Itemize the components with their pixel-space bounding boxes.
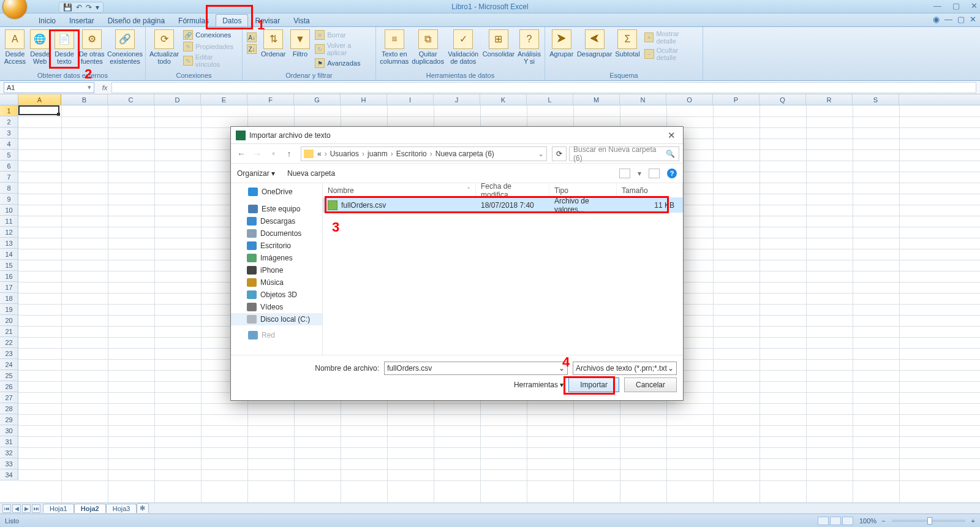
- row-header-7[interactable]: 7: [0, 172, 18, 183]
- nueva-carpeta-button[interactable]: Nueva carpeta: [287, 169, 335, 178]
- nav-escritorio[interactable]: Escritorio: [231, 240, 322, 252]
- validacion-button[interactable]: ✓Validación de datos: [446, 28, 481, 66]
- zoom-slider[interactable]: [892, 520, 965, 522]
- qat-more-icon[interactable]: ▾: [96, 3, 99, 12]
- column-header-P[interactable]: P: [713, 94, 760, 105]
- breadcrumb-carpeta[interactable]: Nueva carpeta (6): [435, 150, 494, 158]
- row-header-8[interactable]: 8: [0, 183, 18, 194]
- column-header-O[interactable]: O: [666, 94, 713, 105]
- zoom-out-button[interactable]: −: [881, 517, 885, 525]
- row-header-6[interactable]: 6: [0, 161, 18, 172]
- nav-disco-local[interactable]: Disco local (C:): [231, 313, 322, 325]
- tab-formulas[interactable]: Fórmulas: [172, 14, 216, 26]
- minimize-button[interactable]: —: [933, 1, 941, 10]
- nav-iphone[interactable]: iPhone: [231, 264, 322, 276]
- hdr-fecha[interactable]: Fecha de modifica...: [476, 183, 549, 197]
- breadcrumb[interactable]: «› Usuarios› juanm› Escritorio› Nueva ca…: [301, 146, 547, 161]
- mostrar-detalle-button[interactable]: +Mostrar detalle: [643, 29, 700, 45]
- sheet-new-button[interactable]: ✻: [137, 503, 149, 513]
- nav-videos[interactable]: Vídeos: [231, 301, 322, 313]
- ribbon-restore-icon[interactable]: ▢: [957, 15, 965, 24]
- row-header-16[interactable]: 16: [0, 271, 18, 282]
- row-header-10[interactable]: 10: [0, 205, 18, 216]
- name-box-dropdown-icon[interactable]: ▾: [88, 83, 91, 91]
- row-header-5[interactable]: 5: [0, 150, 18, 161]
- tab-datos[interactable]: Datos: [216, 14, 248, 26]
- actualizar-todo-button[interactable]: ⟳Actualizar todo: [148, 28, 180, 66]
- desde-texto-button[interactable]: 📄Desde texto: [53, 28, 77, 66]
- qat-save-icon[interactable]: 💾: [63, 3, 72, 12]
- close-button[interactable]: ✕: [971, 1, 978, 10]
- file-row-fullorders[interactable]: fullOrders.csv 18/07/2018 7:40 Archivo d…: [323, 198, 683, 213]
- nav-refresh-button[interactable]: ⟳: [552, 146, 567, 161]
- nav-recent-button[interactable]: ▾: [266, 147, 280, 161]
- zoom-in-button[interactable]: +: [971, 517, 975, 525]
- view-normal-button[interactable]: [818, 517, 829, 525]
- desagrupar-button[interactable]: ⮜Desagrupar: [577, 28, 612, 59]
- importar-button[interactable]: Importar: [568, 377, 619, 392]
- row-header-22[interactable]: 22: [0, 337, 18, 348]
- column-header-L[interactable]: L: [527, 94, 573, 105]
- agrupar-button[interactable]: ⮞Agrupar: [548, 28, 576, 59]
- row-header-21[interactable]: 21: [0, 326, 18, 337]
- consolidar-button[interactable]: ⊞Consolidar: [482, 28, 515, 59]
- texto-columnas-button[interactable]: ≡Texto en columnas: [379, 28, 410, 66]
- propiedades-button[interactable]: ✎Propiedades: [181, 41, 239, 52]
- row-header-28[interactable]: 28: [0, 403, 18, 414]
- row-header-2[interactable]: 2: [0, 116, 18, 127]
- desde-access-button[interactable]: ADesde Access: [2, 28, 28, 66]
- conexiones-button[interactable]: 🔗Conexiones: [181, 29, 239, 40]
- breadcrumb-usuarios[interactable]: Usuarios: [330, 150, 359, 158]
- column-header-M[interactable]: M: [573, 94, 620, 105]
- dialog-close-button[interactable]: ✕: [665, 130, 678, 141]
- nav-documentos[interactable]: Documentos: [231, 227, 322, 240]
- ocultar-detalle-button[interactable]: −Ocultar detalle: [643, 46, 700, 62]
- subtotal-button[interactable]: ΣSubtotal: [614, 28, 642, 59]
- filtro-button[interactable]: ▼Filtro: [288, 28, 312, 59]
- nav-musica[interactable]: Música: [231, 276, 322, 289]
- column-header-R[interactable]: R: [806, 94, 853, 105]
- fx-icon[interactable]: fx: [98, 84, 111, 91]
- column-header-E[interactable]: E: [201, 94, 247, 105]
- column-header-B[interactable]: B: [61, 94, 108, 105]
- sheet-tab-hoja3[interactable]: Hoja3: [106, 504, 137, 513]
- row-header-23[interactable]: 23: [0, 348, 18, 359]
- nav-descargas[interactable]: Descargas: [231, 215, 322, 227]
- row-header-26[interactable]: 26: [0, 381, 18, 392]
- combo-dropdown-icon[interactable]: ⌄: [559, 364, 565, 373]
- sheet-last-button[interactable]: ⏭: [32, 504, 40, 513]
- view-options-button[interactable]: [619, 169, 630, 178]
- help-icon[interactable]: ◉: [933, 15, 940, 24]
- row-header-3[interactable]: 3: [0, 127, 18, 138]
- nav-imagenes[interactable]: Imágenes: [231, 252, 322, 264]
- dialog-help-button[interactable]: ?: [667, 169, 677, 178]
- column-header-N[interactable]: N: [620, 94, 666, 105]
- view-dropdown-icon[interactable]: ▾: [638, 169, 641, 178]
- select-all-corner[interactable]: [0, 94, 18, 105]
- row-header-19[interactable]: 19: [0, 304, 18, 315]
- row-header-27[interactable]: 27: [0, 392, 18, 403]
- zoom-thumb[interactable]: [927, 517, 932, 525]
- analisis-button[interactable]: ?Análisis Y si: [516, 28, 542, 66]
- hdr-tipo[interactable]: Tipo: [549, 183, 617, 197]
- column-header-J[interactable]: J: [434, 94, 480, 105]
- tab-diseno[interactable]: Diseño de página: [101, 14, 172, 26]
- volver-aplicar-button[interactable]: ↻Volver a aplicar: [313, 41, 373, 57]
- column-header-K[interactable]: K: [480, 94, 527, 105]
- sort-desc-button[interactable]: Z↓: [245, 44, 258, 55]
- view-layout-button[interactable]: [830, 517, 841, 525]
- row-header-29[interactable]: 29: [0, 414, 18, 425]
- hdr-tamano[interactable]: Tamaño: [617, 183, 683, 197]
- filter-dropdown-icon[interactable]: ⌄: [668, 364, 674, 373]
- cancelar-button[interactable]: Cancelar: [624, 377, 677, 392]
- active-cell[interactable]: [18, 105, 59, 115]
- ribbon-minimize-icon[interactable]: —: [944, 15, 952, 24]
- sheet-prev-button[interactable]: ◀: [12, 504, 21, 513]
- row-header-30[interactable]: 30: [0, 425, 18, 436]
- column-header-C[interactable]: C: [108, 94, 154, 105]
- ribbon-close-icon[interactable]: ✕: [970, 15, 976, 24]
- herramientas-button[interactable]: Herramientas ▾: [514, 381, 564, 389]
- organizar-button[interactable]: Organizar ▾: [237, 169, 275, 178]
- row-header-11[interactable]: 11: [0, 216, 18, 227]
- quitar-duplicados-button[interactable]: ⧉Quitar duplicados: [412, 28, 445, 66]
